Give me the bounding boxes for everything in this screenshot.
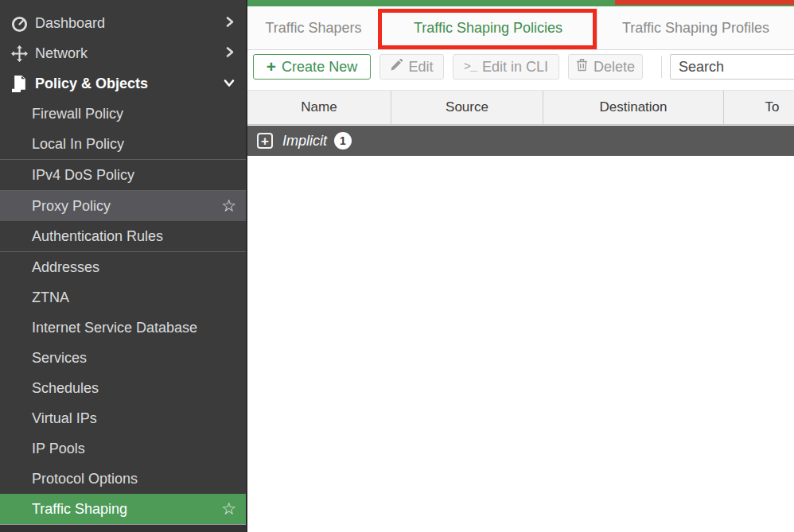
create-new-button[interactable]: + Create New (253, 54, 371, 80)
star-icon[interactable]: ☆ (221, 196, 236, 216)
sidebar-bottom-strip (0, 525, 246, 532)
sidebar-item-label: Internet Service Database (32, 320, 197, 336)
chevron-right-icon (225, 15, 235, 32)
chevron-right-icon (225, 45, 235, 62)
sidebar-item-label: Traffic Shaping (32, 501, 127, 518)
sidebar-item-label: Local In Policy (32, 136, 124, 153)
sidebar-item-services[interactable]: Services (0, 343, 246, 373)
sidebar-item-label: Dashboard (35, 15, 105, 32)
sidebar-item-label: Proxy Policy (32, 198, 111, 215)
create-new-label: Create New (282, 59, 357, 76)
sidebar-item-label: Policy & Objects (35, 76, 148, 92)
pencil-icon (390, 59, 403, 76)
sidebar-item-virtual-ips[interactable]: Virtual IPs (0, 403, 246, 433)
trash-icon (576, 58, 588, 76)
sidebar-item-label: Protocol Options (32, 471, 138, 487)
tab-traffic-shaping-profiles[interactable]: Traffic Shaping Profiles (597, 6, 794, 49)
tab-bar: Traffic Shapers Traffic Shaping Policies… (247, 6, 794, 50)
sidebar-item-ztna[interactable]: ZTNA (0, 282, 246, 313)
column-header-destination[interactable]: Destination (543, 91, 724, 124)
sidebar-item-label: Network (35, 45, 88, 62)
tab-traffic-shaping-policies[interactable]: Traffic Shaping Policies (379, 6, 597, 49)
edit-label: Edit (408, 59, 433, 76)
expand-plus-icon[interactable]: + (257, 133, 273, 149)
main-content: Traffic Shapers Traffic Shaping Policies… (247, 0, 794, 532)
sidebar-item-policy-objects[interactable]: Policy & Objects (0, 68, 246, 99)
sidebar-item-label: IP Pools (32, 441, 85, 457)
delete-label: Delete (594, 59, 635, 76)
edit-in-cli-label: Edit in CLI (482, 59, 548, 76)
move-arrows-icon (10, 45, 29, 62)
edit-button[interactable]: Edit (379, 54, 444, 80)
sidebar-item-protocol-options[interactable]: Protocol Options (0, 464, 246, 494)
column-header-to[interactable]: To (724, 91, 794, 124)
search-input[interactable] (670, 54, 794, 80)
sidebar-item-network[interactable]: Network (0, 38, 246, 68)
sidebar-item-dashboard[interactable]: Dashboard (0, 8, 246, 38)
gauge-icon (10, 14, 29, 32)
tab-traffic-shapers[interactable]: Traffic Shapers (247, 6, 379, 49)
sidebar-item-authentication-rules[interactable]: Authentication Rules (0, 221, 246, 251)
sidebar-item-local-in-policy[interactable]: Local In Policy (0, 129, 246, 159)
sidebar-item-schedules[interactable]: Schedules (0, 373, 246, 403)
header-accent-bar (247, 0, 794, 6)
sidebar-item-label: Addresses (32, 259, 99, 276)
sidebar-item-internet-service-database[interactable]: Internet Service Database (0, 313, 246, 343)
column-header-name[interactable]: Name (247, 91, 391, 124)
policy-document-icon (10, 75, 29, 92)
red-annotation-strip (615, 0, 794, 5)
active-tab-underline (404, 45, 589, 48)
sidebar-item-label: Firewall Policy (32, 106, 123, 122)
sidebar-item-label: Services (32, 350, 87, 367)
sidebar-item-ip-pools[interactable]: IP Pools (0, 433, 246, 464)
sidebar-item-ipv4-dos-policy[interactable]: IPv4 DoS Policy (0, 160, 246, 190)
table-header: Name Source Destination To (247, 90, 794, 125)
edit-in-cli-button[interactable]: >_ Edit in CLI (453, 54, 559, 80)
sidebar-item-label: Authentication Rules (32, 228, 163, 245)
implicit-group-row[interactable]: + Implicit 1 (247, 126, 794, 156)
sidebar-item-label: ZTNA (32, 289, 69, 306)
star-icon[interactable]: ☆ (221, 499, 236, 518)
toolbar-separator (661, 56, 662, 78)
sidebar-item-label: IPv4 DoS Policy (32, 167, 134, 184)
sidebar: Dashboard Network Policy & Objects Firew… (0, 0, 247, 532)
plus-icon: + (267, 59, 276, 75)
sidebar-item-addresses[interactable]: Addresses (0, 252, 246, 282)
terminal-icon: >_ (464, 60, 477, 74)
delete-button[interactable]: Delete (568, 54, 643, 80)
chevron-down-icon (224, 76, 235, 92)
sidebar-item-firewall-policy[interactable]: Firewall Policy (0, 99, 246, 129)
sidebar-item-traffic-shaping[interactable]: Traffic Shaping ☆ (0, 494, 246, 524)
sidebar-item-label: Schedules (32, 380, 99, 397)
group-row-count-badge: 1 (334, 132, 352, 150)
group-row-label: Implicit (282, 133, 327, 150)
sidebar-item-label: Virtual IPs (32, 410, 97, 427)
sidebar-item-proxy-policy[interactable]: Proxy Policy ☆ (0, 191, 246, 221)
toolbar: + Create New Edit >_ Edit in CLI Delete (247, 51, 794, 90)
column-header-source[interactable]: Source (391, 91, 543, 124)
